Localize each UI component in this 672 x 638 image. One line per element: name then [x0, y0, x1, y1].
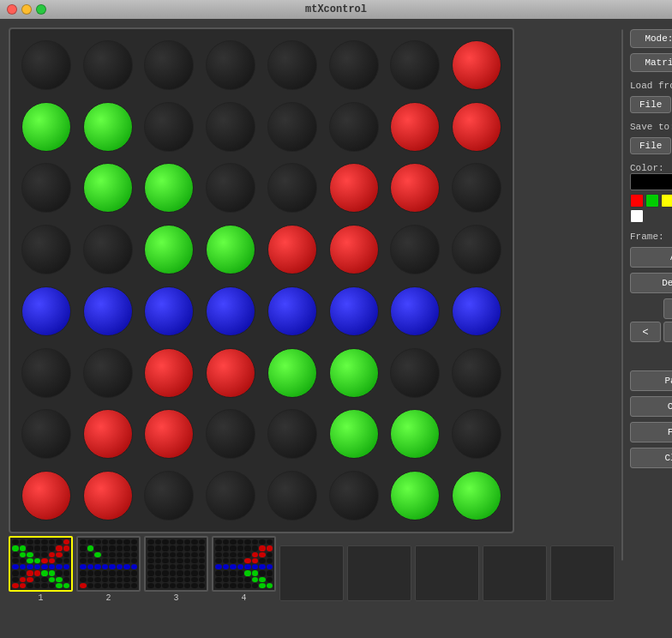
grid-cell[interactable] [79, 406, 137, 464]
fill-button[interactable]: Fill [630, 422, 672, 442]
color-preview[interactable] [630, 173, 672, 190]
mode-button[interactable]: Mode: RECORD [630, 29, 672, 48]
grid-cell[interactable] [325, 466, 383, 525]
grid-cell[interactable] [387, 344, 445, 402]
grid-cell[interactable] [447, 36, 506, 94]
maximize-button[interactable] [36, 4, 46, 15]
grid-cell[interactable] [387, 220, 445, 279]
matrix-status-button[interactable]: Matrix: FREE [630, 53, 672, 72]
grid-cell[interactable] [201, 160, 260, 218]
window-controls[interactable] [7, 4, 46, 15]
grid-cell[interactable] [201, 406, 260, 464]
grid-cell[interactable] [141, 466, 199, 525]
grid-cell[interactable] [79, 98, 137, 156]
grid-cell[interactable] [17, 220, 75, 279]
grid-cell[interactable] [79, 160, 137, 218]
copy-button[interactable]: Copy [630, 396, 672, 417]
led-dot [83, 409, 133, 459]
paste-button[interactable]: Paste [630, 370, 672, 391]
grid-cell[interactable] [325, 160, 383, 218]
grid-cell[interactable] [263, 36, 321, 94]
grid-cell[interactable] [387, 406, 445, 464]
grid-cell[interactable] [79, 220, 137, 279]
grid-cell[interactable] [387, 160, 445, 218]
save-file-button[interactable]: File [630, 137, 671, 154]
grid-cell[interactable] [263, 160, 321, 218]
grid-cell[interactable] [201, 98, 260, 156]
grid-cell[interactable] [447, 160, 506, 218]
clear-button[interactable]: Clear [630, 448, 672, 468]
grid-cell[interactable] [263, 220, 321, 279]
grid-cell[interactable] [447, 406, 506, 464]
grid-cell[interactable] [325, 282, 383, 340]
led-dot [21, 102, 71, 152]
grid-cell[interactable] [17, 466, 75, 525]
led-dot [390, 40, 440, 90]
nav-down-button[interactable]: v [663, 322, 672, 342]
grid-cell[interactable] [325, 344, 383, 402]
color-swatch[interactable] [630, 194, 644, 208]
grid-cell[interactable] [79, 282, 137, 340]
frame-empty-slot [550, 545, 615, 601]
color-swatch[interactable] [661, 194, 672, 208]
frame-thumbnail[interactable] [9, 536, 73, 592]
grid-cell[interactable] [141, 160, 199, 218]
grid-cell[interactable] [263, 98, 321, 156]
grid-cell[interactable] [325, 220, 383, 279]
grid-cell[interactable] [141, 98, 199, 156]
grid-cell[interactable] [201, 282, 260, 340]
grid-cell[interactable] [141, 344, 199, 402]
grid-cell[interactable] [17, 160, 75, 218]
grid-cell[interactable] [201, 466, 260, 525]
grid-cell[interactable] [263, 466, 321, 525]
grid-cell[interactable] [17, 344, 75, 402]
grid-cell[interactable] [17, 282, 75, 340]
frame-add-button[interactable]: Add [630, 247, 672, 268]
led-dot [144, 163, 194, 213]
grid-cell[interactable] [387, 98, 445, 156]
grid-cell[interactable] [17, 36, 75, 94]
load-file-button[interactable]: File [630, 96, 671, 113]
color-swatch[interactable] [630, 209, 644, 223]
grid-cell[interactable] [141, 282, 199, 340]
grid-cell[interactable] [325, 36, 383, 94]
grid-cell[interactable] [447, 466, 506, 525]
grid-cell[interactable] [387, 466, 445, 525]
grid-cell[interactable] [201, 344, 260, 402]
grid-cell[interactable] [447, 220, 506, 279]
grid-cell[interactable] [447, 98, 506, 156]
grid-cell[interactable] [387, 282, 445, 340]
grid-cell[interactable] [447, 344, 506, 402]
grid-cell[interactable] [79, 36, 137, 94]
grid-cell[interactable] [79, 466, 137, 525]
nav-up-button[interactable]: ^ [663, 298, 672, 319]
close-button[interactable] [7, 4, 17, 15]
grid-cell[interactable] [447, 282, 506, 340]
led-dot [267, 409, 317, 459]
frame-thumbnail[interactable] [212, 536, 276, 592]
grid-cell[interactable] [79, 344, 137, 402]
grid-cell[interactable] [325, 98, 383, 156]
frame-thumbnail[interactable] [144, 536, 208, 592]
grid-cell[interactable] [325, 406, 383, 464]
color-swatch[interactable] [645, 194, 659, 208]
grid-cell[interactable] [387, 36, 445, 94]
frame-delete-button[interactable]: Delete [630, 273, 672, 293]
frame-thumbnail[interactable] [76, 536, 141, 592]
led-grid[interactable] [9, 27, 514, 533]
grid-cell[interactable] [141, 406, 199, 464]
grid-cell[interactable] [201, 36, 260, 94]
scrollbar[interactable] [621, 29, 623, 561]
grid-cell[interactable] [201, 220, 260, 279]
grid-cell[interactable] [263, 344, 321, 402]
nav-left-button[interactable]: < [630, 322, 661, 342]
grid-cell[interactable] [263, 406, 321, 464]
led-dot [206, 409, 255, 459]
grid-cell[interactable] [141, 220, 199, 279]
minimize-button[interactable] [21, 4, 32, 15]
grid-cell[interactable] [141, 36, 199, 94]
led-dot [267, 163, 317, 213]
grid-cell[interactable] [17, 98, 75, 156]
grid-cell[interactable] [263, 282, 321, 340]
grid-cell[interactable] [17, 406, 75, 464]
